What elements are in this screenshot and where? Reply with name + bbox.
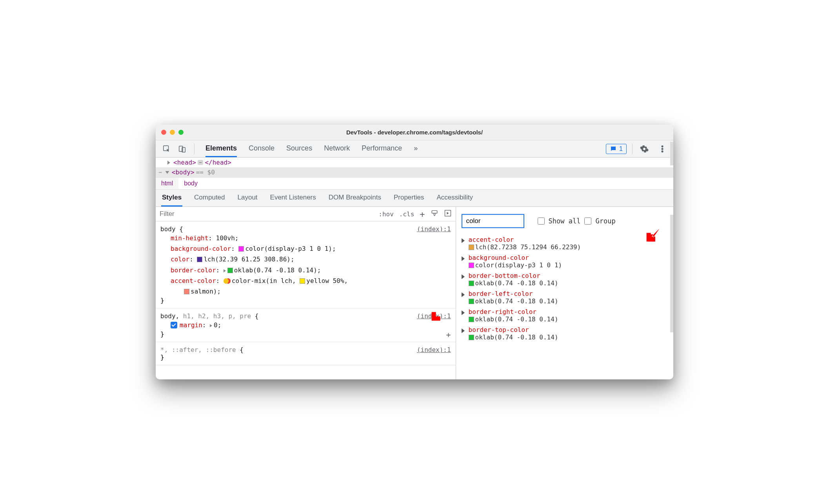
svg-point-5 — [662, 150, 663, 152]
color-swatch-icon[interactable] — [469, 317, 474, 322]
main-toolbar: Elements Console Sources Network Perform… — [156, 140, 673, 158]
breadcrumbs: html body — [156, 177, 673, 190]
brush-icon[interactable] — [431, 209, 438, 219]
crumb-body[interactable]: body — [178, 178, 203, 189]
color-swatch-icon[interactable] — [469, 245, 474, 250]
expand-icon[interactable] — [462, 310, 465, 315]
source-link[interactable]: (index):1 — [417, 225, 451, 233]
css-rule[interactable]: (index):1 body { min-height: 100vh;backg… — [156, 221, 456, 308]
tag-open: <head> — [173, 159, 196, 166]
styles-pane: :hov .cls + (index):1 body { min-height:… — [156, 207, 456, 379]
expand-icon[interactable] — [462, 256, 465, 261]
color-swatch-icon[interactable] — [227, 268, 233, 273]
toolbar-right: 1 — [606, 143, 669, 155]
computed-property[interactable]: accent-color lch(82.7238 75.1294 66.2239… — [462, 235, 668, 253]
color-swatch-icon[interactable] — [197, 257, 202, 262]
tab-elements[interactable]: Elements — [205, 140, 237, 157]
titlebar: DevTools - developer.chrome.com/tags/dev… — [156, 125, 673, 140]
subtab-layout[interactable]: Layout — [237, 190, 258, 207]
tab-console[interactable]: Console — [249, 140, 275, 157]
color-swatch-icon[interactable] — [469, 263, 474, 268]
annotation-arrow-icon — [430, 305, 447, 322]
new-rule-icon[interactable]: + — [420, 209, 425, 219]
tabs-overflow-icon[interactable]: » — [414, 140, 418, 157]
subtab-properties[interactable]: Properties — [393, 190, 425, 207]
svg-rect-6 — [432, 210, 437, 213]
scrollbar-thumb[interactable] — [670, 215, 673, 332]
computed-pane: Show all Group accent-color lch(82.7238 … — [456, 207, 673, 379]
tag-close: </head> — [205, 159, 231, 166]
issues-count: 1 — [619, 145, 623, 152]
subtab-dom-breakpoints[interactable]: DOM Breakpoints — [328, 190, 382, 207]
tag-open: <body> — [172, 169, 195, 176]
annotation-arrow-icon — [645, 226, 662, 243]
selected-indicator: == $0 — [196, 169, 215, 176]
property-enabled-checkbox[interactable] — [171, 322, 177, 328]
window-title: DevTools - developer.chrome.com/tags/dev… — [156, 129, 673, 136]
computed-filter-input[interactable] — [462, 214, 524, 228]
expand-icon[interactable] — [462, 274, 465, 279]
tab-network[interactable]: Network — [324, 140, 350, 157]
computed-toggle-icon[interactable] — [444, 209, 452, 219]
source-link[interactable]: (index):1 — [417, 346, 451, 354]
ellipsis-icon[interactable]: ⋯ — [198, 160, 204, 165]
color-swatch-icon[interactable] — [469, 281, 474, 286]
group-checkbox[interactable] — [584, 218, 591, 225]
svg-point-4 — [662, 148, 663, 150]
expand-icon[interactable] — [462, 292, 465, 297]
color-swatch-icon[interactable] — [300, 278, 305, 284]
color-swatch-icon[interactable] — [238, 246, 244, 252]
computed-property[interactable]: border-left-color oklab(0.74 -0.18 0.14) — [462, 289, 668, 307]
computed-property[interactable]: border-top-color oklab(0.74 -0.18 0.14) — [462, 325, 668, 343]
dom-body-node[interactable]: ⋯ <body> == $0 — [156, 167, 673, 177]
css-rule[interactable]: (index):1 body, h1, h2, h3, p, pre { mar… — [156, 308, 456, 342]
sidebar-tabs: Styles Computed Layout Event Listeners D… — [156, 190, 673, 207]
computed-list: accent-color lch(82.7238 75.1294 66.2239… — [462, 235, 668, 343]
styles-actions: :hov .cls + — [378, 209, 455, 219]
color-swatch-icon[interactable] — [469, 299, 474, 304]
divider — [194, 144, 195, 154]
computed-header: Show all Group — [462, 214, 668, 228]
subtab-computed[interactable]: Computed — [193, 190, 225, 207]
dom-head-node[interactable]: <head> ⋯ </head> — [156, 158, 673, 167]
computed-property[interactable]: border-bottom-color oklab(0.74 -0.18 0.1… — [462, 271, 668, 289]
show-all-label[interactable]: Show all — [549, 217, 581, 225]
insert-property-icon[interactable]: + — [446, 330, 451, 339]
css-rule[interactable]: (index):1 *, ::after, ::before { } — [156, 342, 456, 365]
expand-icon[interactable] — [462, 328, 465, 333]
svg-point-3 — [662, 145, 663, 147]
inspect-element-icon[interactable] — [160, 143, 173, 155]
settings-icon[interactable] — [638, 143, 651, 155]
tab-sources[interactable]: Sources — [286, 140, 312, 157]
crumb-html[interactable]: html — [156, 178, 178, 189]
computed-property[interactable]: border-right-color oklab(0.74 -0.18 0.14… — [462, 307, 668, 325]
tab-performance[interactable]: Performance — [362, 140, 402, 157]
expand-icon[interactable] — [167, 161, 170, 165]
panes: :hov .cls + (index):1 body { min-height:… — [156, 207, 673, 379]
more-options-icon[interactable] — [656, 143, 669, 155]
device-toolbar-icon[interactable] — [176, 143, 189, 155]
collapse-icon[interactable] — [165, 171, 169, 174]
show-all-checkbox[interactable] — [538, 218, 545, 225]
subtab-accessibility[interactable]: Accessibility — [436, 190, 474, 207]
rules-list: (index):1 body { min-height: 100vh;backg… — [156, 221, 456, 365]
devtools-window: DevTools - developer.chrome.com/tags/dev… — [156, 125, 673, 379]
scrollbar-thumb[interactable] — [670, 142, 673, 165]
subtab-event-listeners[interactable]: Event Listeners — [269, 190, 317, 207]
color-swatch-icon[interactable] — [469, 335, 474, 340]
subtab-styles[interactable]: Styles — [161, 190, 182, 207]
hov-toggle[interactable]: :hov — [378, 210, 394, 218]
main-tabs: Elements Console Sources Network Perform… — [205, 140, 418, 157]
issues-badge[interactable]: 1 — [606, 144, 627, 154]
computed-property[interactable]: background-color color(display-p3 1 0 1) — [462, 253, 668, 271]
divider — [632, 144, 633, 154]
styles-filter-input[interactable] — [156, 207, 378, 221]
group-label[interactable]: Group — [595, 217, 615, 225]
expand-shorthand-icon[interactable] — [224, 269, 226, 272]
color-mix-icon[interactable] — [224, 277, 231, 285]
expand-icon[interactable] — [462, 238, 465, 243]
cls-toggle[interactable]: .cls — [399, 210, 414, 218]
overflow-dots-icon[interactable]: ⋯ — [159, 169, 162, 175]
expand-shorthand-icon[interactable] — [210, 324, 212, 327]
dom-tree: <head> ⋯ </head> ⋯ <body> == $0 — [156, 158, 673, 177]
